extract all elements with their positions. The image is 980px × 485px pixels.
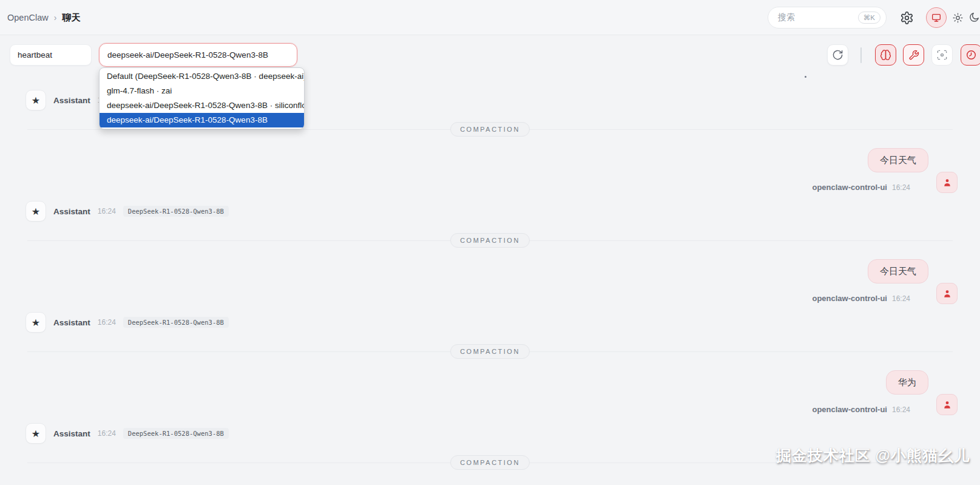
user-message-meta: openclaw-control-ui 16:24 bbox=[812, 183, 910, 192]
star-bookmark-button[interactable]: ★ bbox=[25, 423, 46, 444]
thinking-toggle-button[interactable] bbox=[875, 44, 896, 66]
user-message-meta: openclaw-control-ui 16:24 bbox=[812, 405, 910, 414]
compaction-pill: COMPACTION bbox=[450, 455, 530, 470]
theme-system-button[interactable] bbox=[926, 7, 947, 28]
user-message-group: 今日天气 openclaw-control-ui 16:24 bbox=[812, 148, 958, 193]
search-shortcut-badge: ⌘K bbox=[858, 12, 880, 24]
star-icon: ★ bbox=[32, 317, 40, 328]
star-icon: ★ bbox=[32, 95, 40, 106]
clock-icon bbox=[965, 49, 977, 61]
user-sender-label: openclaw-control-ui bbox=[812, 405, 887, 414]
avatar bbox=[936, 394, 958, 415]
model-option[interactable]: deepseek-ai/DeepSeek-R1-0528-Qwen3-8B · … bbox=[100, 98, 304, 113]
history-button[interactable] bbox=[961, 44, 980, 66]
assistant-sender-label: Assistant bbox=[53, 96, 90, 105]
user-time: 16:24 bbox=[892, 294, 910, 303]
wrench-icon bbox=[908, 50, 919, 61]
user-sender-label: openclaw-control-ui bbox=[812, 183, 887, 192]
assistant-message-row: ★ Assistant 16:24 DeepSeek-R1-0528-Qwen3… bbox=[25, 312, 229, 333]
assistant-sender-label: Assistant bbox=[53, 207, 90, 216]
assistant-message-row: ★ Assistant 16:24 DeepSeek-R1-0528-Qwen3… bbox=[25, 423, 229, 444]
assistant-time: 16:24 bbox=[98, 318, 116, 327]
star-bookmark-button[interactable]: ★ bbox=[25, 312, 46, 333]
breadcrumb: OpenClaw › 聊天 bbox=[7, 0, 80, 35]
assistant-time: 16:24 bbox=[98, 207, 116, 215]
refresh-icon bbox=[832, 49, 843, 61]
search-input[interactable]: 搜索 ⌘K bbox=[768, 7, 887, 29]
compaction-divider: COMPACTION bbox=[27, 344, 953, 359]
model-badge: DeepSeek-R1-0528-Qwen3-8B bbox=[123, 206, 229, 217]
toolbar-divider bbox=[860, 47, 862, 63]
user-message-meta: openclaw-control-ui 16:24 bbox=[812, 294, 910, 303]
user-message-bubble[interactable]: 今日天气 bbox=[868, 259, 928, 283]
stray-dot bbox=[805, 76, 806, 78]
refresh-button[interactable] bbox=[827, 44, 848, 66]
breadcrumb-separator: › bbox=[54, 13, 57, 22]
tools-button[interactable] bbox=[903, 44, 924, 66]
model-dropdown-list: Default (DeepSeek-R1-0528-Qwen3-8B · dee… bbox=[99, 67, 305, 129]
header: OpenClaw › 聊天 搜索 ⌘K bbox=[0, 0, 980, 35]
compaction-pill: COMPACTION bbox=[450, 233, 530, 248]
watermark: 掘金技术社区 @小熊猫幺儿 bbox=[776, 446, 970, 466]
model-option[interactable]: Default (DeepSeek-R1-0528-Qwen3-8B · dee… bbox=[100, 69, 304, 84]
star-icon: ★ bbox=[32, 428, 40, 439]
theme-dark-moon-icon[interactable] bbox=[968, 12, 980, 23]
model-badge: DeepSeek-R1-0528-Qwen3-8B bbox=[123, 317, 229, 328]
avatar bbox=[936, 283, 958, 304]
assistant-message-row: ★ Assistant 16:24 DeepSeek-R1-0528-Qwen3… bbox=[25, 201, 229, 222]
model-combobox-input[interactable] bbox=[99, 43, 297, 67]
settings-gear-icon[interactable] bbox=[900, 11, 914, 25]
openclaw-chat-page: OpenClaw › 聊天 搜索 ⌘K bbox=[0, 0, 980, 485]
user-time: 16:24 bbox=[892, 405, 910, 414]
page-title: 聊天 bbox=[62, 12, 80, 24]
star-bookmark-button[interactable]: ★ bbox=[25, 90, 46, 110]
focus-button[interactable] bbox=[931, 44, 953, 66]
model-option-selected[interactable]: deepseek-ai/DeepSeek-R1-0528-Qwen3-8B bbox=[100, 113, 304, 127]
avatar bbox=[936, 172, 958, 193]
user-message-bubble[interactable]: 华为 bbox=[886, 370, 928, 395]
user-message-bubble[interactable]: 今日天气 bbox=[868, 148, 928, 172]
user-sender-label: openclaw-control-ui bbox=[812, 294, 887, 303]
focus-scan-icon bbox=[936, 49, 948, 61]
person-icon bbox=[942, 399, 953, 410]
assistant-sender-label: Assistant bbox=[53, 429, 90, 438]
person-icon bbox=[942, 177, 953, 188]
monitor-icon bbox=[931, 13, 941, 22]
assistant-time: 16:24 bbox=[98, 429, 116, 438]
breadcrumb-app[interactable]: OpenClaw bbox=[7, 13, 49, 22]
user-time: 16:24 bbox=[892, 183, 910, 192]
star-icon: ★ bbox=[32, 206, 40, 217]
user-message-group: 华为 openclaw-control-ui 16:24 bbox=[812, 370, 958, 415]
assistant-sender-label: Assistant bbox=[53, 318, 90, 327]
model-option[interactable]: glm-4.7-flash · zai bbox=[100, 84, 304, 98]
brain-icon bbox=[880, 49, 891, 61]
theme-light-sun-icon[interactable] bbox=[952, 12, 964, 24]
compaction-pill: COMPACTION bbox=[450, 122, 530, 137]
person-icon bbox=[942, 288, 953, 299]
compaction-divider: COMPACTION bbox=[27, 233, 953, 248]
user-message-group: 今日天气 openclaw-control-ui 16:24 bbox=[812, 259, 958, 304]
star-bookmark-button[interactable]: ★ bbox=[25, 201, 46, 222]
session-name-input[interactable] bbox=[10, 44, 92, 66]
model-badge: DeepSeek-R1-0528-Qwen3-8B bbox=[123, 428, 229, 439]
compaction-pill: COMPACTION bbox=[450, 344, 530, 359]
search-placeholder: 搜索 bbox=[778, 12, 858, 23]
